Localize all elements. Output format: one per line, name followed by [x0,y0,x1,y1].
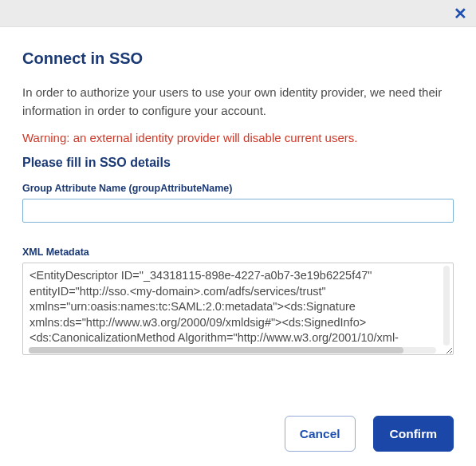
scrollbar-vertical[interactable] [443,266,450,346]
group-attribute-label: Group Attribute Name (groupAttributeName… [22,183,454,194]
dialog-subheader: Please fill in SSO details [22,156,454,170]
sso-connect-dialog: ✕ Connect in SSO In order to authorize y… [0,0,476,466]
dialog-topbar: ✕ [0,0,476,27]
dialog-content: Connect in SSO In order to authorize you… [0,27,476,358]
cancel-button[interactable]: Cancel [285,416,356,452]
close-icon[interactable]: ✕ [450,4,470,23]
confirm-button[interactable]: Confirm [373,416,454,452]
xml-metadata-textarea[interactable] [22,263,454,355]
dialog-footer: Cancel Confirm [285,416,454,452]
dialog-title: Connect in SSO [22,49,454,68]
scrollbar-thumb[interactable] [29,347,403,353]
group-attribute-input[interactable] [22,199,454,223]
xml-metadata-wrap [22,263,454,358]
dialog-warning: Warning: an external identity provider w… [22,131,454,144]
scrollbar-horizontal[interactable] [29,347,436,353]
xml-metadata-label: XML Metadata [22,247,454,258]
dialog-description: In order to authorize your users to use … [22,84,454,120]
